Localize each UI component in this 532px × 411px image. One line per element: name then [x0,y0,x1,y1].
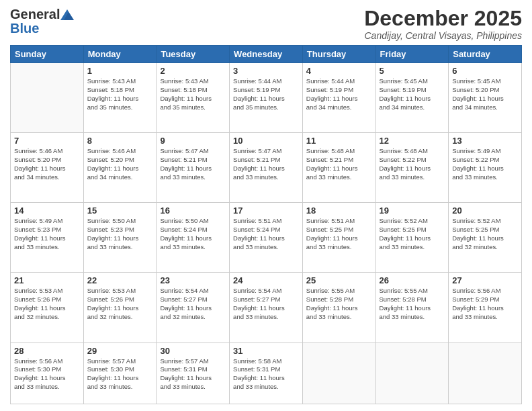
table-row: 21Sunrise: 5:53 AMSunset: 5:26 PMDayligh… [11,273,84,342]
table-row: 25Sunrise: 5:55 AMSunset: 5:28 PMDayligh… [302,273,375,342]
table-row: 1Sunrise: 5:43 AMSunset: 5:18 PMDaylight… [83,63,157,133]
day-number: 23 [160,275,226,285]
table-row: 26Sunrise: 5:55 AMSunset: 5:28 PMDayligh… [375,273,449,342]
day-info: Sunrise: 5:47 AMSunset: 5:21 PMDaylight:… [160,147,226,181]
calendar-week-row: 1Sunrise: 5:43 AMSunset: 5:18 PMDaylight… [11,63,522,133]
day-info: Sunrise: 5:43 AMSunset: 5:18 PMDaylight:… [87,77,153,111]
day-info: Sunrise: 5:58 AMSunset: 5:31 PMDaylight:… [233,357,299,392]
col-monday: Monday [83,46,157,63]
day-number: 18 [306,205,372,216]
day-number: 2 [160,66,226,76]
table-row: 22Sunrise: 5:53 AMSunset: 5:26 PMDayligh… [83,273,157,342]
day-number: 27 [452,275,518,285]
day-info: Sunrise: 5:45 AMSunset: 5:20 PMDaylight:… [452,77,518,111]
day-info: Sunrise: 5:50 AMSunset: 5:23 PMDaylight:… [87,217,153,251]
table-row [11,63,84,133]
day-info: Sunrise: 5:49 AMSunset: 5:22 PMDaylight:… [452,147,518,181]
header: General Blue December 2025 Candijay, Cen… [10,7,522,41]
day-number: 30 [160,346,226,356]
day-number: 4 [306,66,372,76]
day-number: 21 [14,275,80,285]
calendar-header-row: Sunday Monday Tuesday Wednesday Thursday… [11,46,522,63]
table-row: 8Sunrise: 5:46 AMSunset: 5:20 PMDaylight… [83,133,157,203]
day-number: 6 [452,66,518,76]
table-row: 11Sunrise: 5:48 AMSunset: 5:21 PMDayligh… [302,133,375,203]
table-row: 20Sunrise: 5:52 AMSunset: 5:25 PMDayligh… [449,203,522,273]
day-info: Sunrise: 5:49 AMSunset: 5:23 PMDaylight:… [14,217,80,251]
col-thursday: Thursday [302,46,375,63]
day-number: 25 [306,275,372,285]
table-row: 5Sunrise: 5:45 AMSunset: 5:19 PMDaylight… [375,63,449,133]
page: General Blue December 2025 Candijay, Cen… [0,0,532,411]
day-number: 14 [14,205,80,216]
day-number: 9 [160,136,226,146]
day-number: 8 [87,136,153,146]
day-info: Sunrise: 5:48 AMSunset: 5:21 PMDaylight:… [306,147,372,181]
day-info: Sunrise: 5:55 AMSunset: 5:28 PMDaylight:… [380,287,445,321]
day-info: Sunrise: 5:43 AMSunset: 5:18 PMDaylight:… [160,77,226,111]
day-number: 3 [233,66,299,76]
table-row: 19Sunrise: 5:52 AMSunset: 5:25 PMDayligh… [375,203,449,273]
day-number: 13 [452,136,518,146]
calendar-week-row: 28Sunrise: 5:56 AMSunset: 5:30 PMDayligh… [11,342,522,404]
calendar-week-row: 14Sunrise: 5:49 AMSunset: 5:23 PMDayligh… [11,203,522,273]
table-row: 13Sunrise: 5:49 AMSunset: 5:22 PMDayligh… [449,133,522,203]
table-row: 7Sunrise: 5:46 AMSunset: 5:20 PMDaylight… [11,133,84,203]
day-info: Sunrise: 5:44 AMSunset: 5:19 PMDaylight:… [233,77,299,111]
table-row: 30Sunrise: 5:57 AMSunset: 5:31 PMDayligh… [157,342,230,404]
day-info: Sunrise: 5:45 AMSunset: 5:19 PMDaylight:… [380,77,445,111]
day-info: Sunrise: 5:46 AMSunset: 5:20 PMDaylight:… [14,147,80,181]
table-row [375,342,449,404]
day-number: 20 [452,205,518,216]
day-number: 26 [380,275,445,285]
table-row: 3Sunrise: 5:44 AMSunset: 5:19 PMDaylight… [230,63,303,133]
table-row: 14Sunrise: 5:49 AMSunset: 5:23 PMDayligh… [11,203,84,273]
month-title: December 2025 [364,7,522,30]
day-number: 24 [233,275,299,285]
table-row: 31Sunrise: 5:58 AMSunset: 5:31 PMDayligh… [230,342,303,404]
day-number: 22 [87,275,153,285]
table-row: 15Sunrise: 5:50 AMSunset: 5:23 PMDayligh… [83,203,157,273]
day-info: Sunrise: 5:52 AMSunset: 5:25 PMDaylight:… [452,217,518,251]
table-row: 6Sunrise: 5:45 AMSunset: 5:20 PMDaylight… [449,63,522,133]
day-number: 16 [160,205,226,216]
title-block: December 2025 Candijay, Central Visayas,… [364,7,522,41]
location: Candijay, Central Visayas, Philippines [364,30,522,41]
calendar-week-row: 21Sunrise: 5:53 AMSunset: 5:26 PMDayligh… [11,273,522,342]
table-row: 29Sunrise: 5:57 AMSunset: 5:30 PMDayligh… [83,342,157,404]
table-row: 27Sunrise: 5:56 AMSunset: 5:29 PMDayligh… [449,273,522,342]
col-saturday: Saturday [449,46,522,63]
table-row: 4Sunrise: 5:44 AMSunset: 5:19 PMDaylight… [302,63,375,133]
calendar-week-row: 7Sunrise: 5:46 AMSunset: 5:20 PMDaylight… [11,133,522,203]
day-info: Sunrise: 5:53 AMSunset: 5:26 PMDaylight:… [87,287,153,321]
table-row: 18Sunrise: 5:51 AMSunset: 5:25 PMDayligh… [302,203,375,273]
day-info: Sunrise: 5:57 AMSunset: 5:31 PMDaylight:… [160,357,226,392]
day-info: Sunrise: 5:57 AMSunset: 5:30 PMDaylight:… [87,357,153,392]
day-info: Sunrise: 5:51 AMSunset: 5:25 PMDaylight:… [306,217,372,251]
day-info: Sunrise: 5:56 AMSunset: 5:29 PMDaylight:… [452,287,518,321]
logo: General Blue [10,7,75,34]
table-row: 10Sunrise: 5:47 AMSunset: 5:21 PMDayligh… [230,133,303,203]
day-info: Sunrise: 5:55 AMSunset: 5:28 PMDaylight:… [306,287,372,321]
table-row [449,342,522,404]
day-info: Sunrise: 5:52 AMSunset: 5:25 PMDaylight:… [380,217,445,251]
day-number: 17 [233,205,299,216]
day-number: 29 [87,346,153,356]
table-row: 28Sunrise: 5:56 AMSunset: 5:30 PMDayligh… [11,342,84,404]
day-number: 5 [380,66,445,76]
day-info: Sunrise: 5:54 AMSunset: 5:27 PMDaylight:… [233,287,299,321]
day-number: 12 [380,136,445,146]
day-info: Sunrise: 5:48 AMSunset: 5:22 PMDaylight:… [380,147,445,181]
day-number: 15 [87,205,153,216]
day-number: 10 [233,136,299,146]
logo-icon [60,9,74,20]
table-row: 24Sunrise: 5:54 AMSunset: 5:27 PMDayligh… [230,273,303,342]
logo-general: General [10,7,60,22]
day-number: 11 [306,136,372,146]
table-row: 17Sunrise: 5:51 AMSunset: 5:24 PMDayligh… [230,203,303,273]
day-info: Sunrise: 5:44 AMSunset: 5:19 PMDaylight:… [306,77,372,111]
calendar-table: Sunday Monday Tuesday Wednesday Thursday… [10,45,522,404]
day-info: Sunrise: 5:51 AMSunset: 5:24 PMDaylight:… [233,217,299,251]
day-info: Sunrise: 5:56 AMSunset: 5:30 PMDaylight:… [14,357,80,392]
col-tuesday: Tuesday [157,46,230,63]
